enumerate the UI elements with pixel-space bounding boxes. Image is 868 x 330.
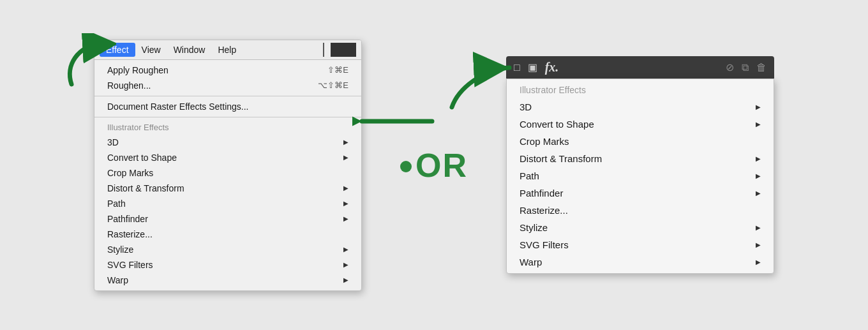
path-label-left: Path bbox=[107, 199, 126, 209]
warp-item-left[interactable]: Warp ▶ bbox=[94, 273, 361, 288]
left-panel: Effect View Window Help Apply Roughen ⇧⌘… bbox=[94, 40, 362, 291]
separator-2 bbox=[94, 117, 361, 117]
roughen-item[interactable]: Roughen... ⌥⇧⌘E bbox=[94, 78, 361, 93]
3d-label-left: 3D bbox=[107, 137, 119, 147]
menu-bar: Effect View Window Help bbox=[94, 40, 361, 60]
illustrator-effects-header-right: Illustrator Effects bbox=[507, 82, 774, 98]
convert-shape-arrow-left: ▶ bbox=[343, 154, 348, 161]
toolbar-strip: □ ▣ fx. ⊘ ⧉ 🗑 bbox=[506, 56, 774, 79]
warp-label-right: Warp bbox=[520, 257, 542, 267]
convert-shape-label-left: Convert to Shape bbox=[107, 153, 177, 163]
pathfinder-label-right: Pathfinder bbox=[520, 188, 563, 199]
warp-label-left: Warp bbox=[107, 275, 128, 285]
convert-shape-arrow-right: ▶ bbox=[756, 121, 761, 128]
warp-item-right[interactable]: Warp ▶ bbox=[507, 253, 774, 271]
apply-roughen-label: Apply Roughen bbox=[107, 65, 168, 75]
rounded-square-icon[interactable]: ▣ bbox=[528, 61, 537, 73]
stylize-label-left: Stylize bbox=[107, 244, 133, 255]
3d-arrow-left: ▶ bbox=[343, 139, 348, 146]
distort-arrow-left: ▶ bbox=[343, 184, 348, 191]
left-menu-container: Effect View Window Help Apply Roughen ⇧⌘… bbox=[94, 40, 362, 291]
rasterize-item-right[interactable]: Rasterize... bbox=[507, 202, 774, 219]
3d-item-left[interactable]: 3D ▶ bbox=[94, 135, 361, 150]
convert-shape-item-left[interactable]: Convert to Shape ▶ bbox=[94, 150, 361, 165]
right-menu-container: Illustrator Effects 3D ▶ Convert to Shap… bbox=[506, 79, 774, 274]
menu-bar-view[interactable]: View bbox=[135, 43, 167, 57]
distort-item-left[interactable]: Distort & Transform ▶ bbox=[94, 181, 361, 196]
warp-arrow-left: ▶ bbox=[343, 276, 348, 283]
roughen-shortcut: ⌥⇧⌘E bbox=[318, 80, 348, 90]
illustrator-effects-header-left: Illustrator Effects bbox=[94, 120, 361, 135]
right-panel: □ ▣ fx. ⊘ ⧉ 🗑 Illustrator Effects 3D ▶ C… bbox=[506, 56, 774, 274]
stylize-item-left[interactable]: Stylize ▶ bbox=[94, 242, 361, 257]
distort-label-right: Distort & Transform bbox=[520, 153, 602, 164]
svg-filters-arrow-left: ▶ bbox=[343, 261, 348, 268]
convert-shape-label-right: Convert to Shape bbox=[520, 119, 594, 130]
path-arrow-right: ▶ bbox=[756, 172, 761, 179]
document-raster-label: Document Raster Effects Settings... bbox=[107, 101, 249, 112]
path-item-left[interactable]: Path ▶ bbox=[94, 196, 361, 211]
3d-arrow-right: ▶ bbox=[756, 103, 761, 110]
pathfinder-item-left[interactable]: Pathfinder ▶ bbox=[94, 211, 361, 227]
left-menu-items: Apply Roughen ⇧⌘E Roughen... ⌥⇧⌘E Docume… bbox=[94, 60, 361, 290]
svg-filters-item-left[interactable]: SVG Filters ▶ bbox=[94, 257, 361, 273]
trash-icon[interactable]: 🗑 bbox=[756, 62, 767, 73]
apply-roughen-item[interactable]: Apply Roughen ⇧⌘E bbox=[94, 63, 361, 78]
apply-roughen-shortcut: ⇧⌘E bbox=[327, 65, 348, 75]
convert-shape-item-right[interactable]: Convert to Shape ▶ bbox=[507, 116, 774, 133]
right-menu-items: Illustrator Effects 3D ▶ Convert to Shap… bbox=[507, 79, 774, 273]
distort-arrow-right: ▶ bbox=[756, 155, 761, 162]
rasterize-label-right: Rasterize... bbox=[520, 205, 568, 216]
warp-arrow-right: ▶ bbox=[756, 259, 761, 266]
stylize-item-right[interactable]: Stylize ▶ bbox=[507, 219, 774, 236]
stylize-arrow-left: ▶ bbox=[343, 246, 348, 253]
or-divider: OR bbox=[400, 146, 468, 184]
crop-marks-item-left[interactable]: Crop Marks bbox=[94, 165, 361, 181]
crop-marks-item-right[interactable]: Crop Marks bbox=[507, 133, 774, 150]
rasterize-item-left[interactable]: Rasterize... bbox=[94, 227, 361, 242]
rasterize-label-left: Rasterize... bbox=[107, 229, 153, 239]
stylize-arrow-right: ▶ bbox=[756, 224, 761, 231]
path-label-right: Path bbox=[520, 170, 539, 181]
distort-label-left: Distort & Transform bbox=[107, 183, 184, 193]
pathfinder-arrow-left: ▶ bbox=[343, 215, 348, 222]
arrow-right-panel bbox=[445, 50, 522, 114]
svg-filters-label-left: SVG Filters bbox=[107, 260, 153, 270]
separator-1 bbox=[94, 96, 361, 96]
pathfinder-label-left: Pathfinder bbox=[107, 214, 148, 224]
copy-icon[interactable]: ⧉ bbox=[742, 62, 749, 73]
no-icon[interactable]: ⊘ bbox=[726, 61, 734, 73]
pathfinder-item-right[interactable]: Pathfinder ▶ bbox=[507, 184, 774, 202]
path-arrow-left: ▶ bbox=[343, 200, 348, 207]
arrow-top-left bbox=[59, 33, 116, 91]
3d-item-right[interactable]: 3D ▶ bbox=[507, 98, 774, 116]
crop-marks-label-left: Crop Marks bbox=[107, 168, 153, 178]
pathfinder-arrow-right: ▶ bbox=[756, 190, 761, 197]
fx-button[interactable]: fx. bbox=[545, 60, 559, 75]
document-raster-item[interactable]: Document Raster Effects Settings... bbox=[94, 99, 361, 114]
svg-filters-item-right[interactable]: SVG Filters ▶ bbox=[507, 236, 774, 253]
path-item-right[interactable]: Path ▶ bbox=[507, 167, 774, 184]
or-text: OR bbox=[400, 146, 468, 184]
svg-filters-label-right: SVG Filters bbox=[520, 239, 569, 250]
crop-marks-label-right: Crop Marks bbox=[520, 136, 569, 147]
arrow-mid-left bbox=[352, 102, 435, 140]
menu-bar-window[interactable]: Window bbox=[167, 43, 212, 57]
or-word: OR bbox=[415, 146, 468, 184]
stylize-label-right: Stylize bbox=[520, 222, 548, 233]
distort-item-right[interactable]: Distort & Transform ▶ bbox=[507, 150, 774, 167]
menu-bar-help[interactable]: Help bbox=[211, 43, 243, 57]
svg-filters-arrow-right: ▶ bbox=[756, 241, 761, 248]
